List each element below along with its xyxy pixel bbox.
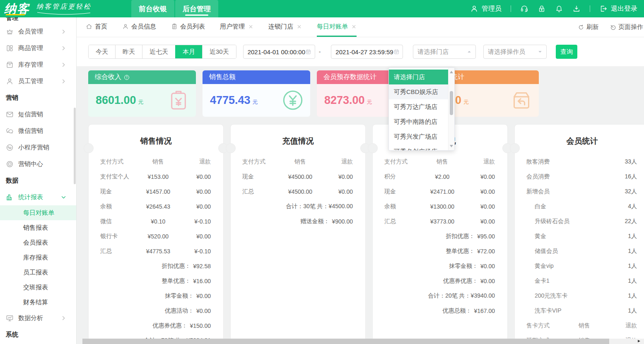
dropdown-scrollbar[interactable] <box>448 68 454 150</box>
stat-card-value: 0元 <box>455 94 469 107</box>
sidebar-item-小程序营销[interactable]: 小程序营销 <box>0 139 76 156</box>
mode-switch-nav: 前台收银 后台管理 <box>131 0 219 17</box>
sidebar-item-统计报表[interactable]: 统计报表 <box>0 189 76 205</box>
sidebar-item-数据分析[interactable]: 数据分析 <box>0 310 76 326</box>
horizontal-scrollbar-thumb[interactable] <box>82 339 609 344</box>
operator-select[interactable]: 请选择操作员 <box>483 45 547 59</box>
summary-value: ¥0.00 <box>480 278 495 284</box>
download-icon[interactable] <box>572 5 581 13</box>
stat-row: 会员消费16人 <box>515 169 644 184</box>
stat-label: 散客消费 <box>515 158 550 166</box>
stat-row: 洗车卡VIP1人 <box>515 303 644 318</box>
cell: ¥0.00 <box>176 188 223 195</box>
total-text: 合计：30笔 共：¥4500.00 <box>286 203 353 210</box>
summary-value: ¥900.00 <box>332 218 353 225</box>
logout-button[interactable]: 退出登录 <box>599 5 637 13</box>
sidebar-subitem-每日对账单[interactable]: 每日对账单 <box>0 205 76 220</box>
stat-label: 会员消费 <box>515 173 550 180</box>
help-question-icon[interactable] <box>123 74 130 81</box>
cell: ¥0.00 <box>460 188 507 195</box>
sidebar-subitem-库存报表[interactable]: 库存报表 <box>0 250 76 265</box>
sidebar-item-微信营销[interactable]: 微信营销 <box>0 123 76 139</box>
tab-close-icon[interactable] <box>297 24 302 29</box>
tab-会员列表[interactable]: 会员列表 <box>171 17 205 37</box>
stat-label: 白金 <box>515 203 546 210</box>
scroll-right-arrow[interactable] <box>638 340 640 342</box>
main-area: 首页会员信息会员列表用户管理连锁门店每日对账单 刷新 页面操作 今天昨天近七天本… <box>77 17 644 344</box>
sidebar-subitem-销售报表[interactable]: 销售报表 <box>0 220 76 235</box>
sidebar-item-label: 员工管理 <box>18 77 61 85</box>
table-row: 现金¥2471.00¥0.00 <box>373 184 507 199</box>
lock-screen-icon[interactable] <box>538 5 546 13</box>
page-operations-icon <box>610 24 616 31</box>
sidebar-item-label: 营销中心 <box>18 160 71 168</box>
sidebar-item-短信营销[interactable]: 短信营销 <box>0 106 76 123</box>
quick-filter-本月[interactable]: 本月 <box>175 45 202 58</box>
quick-filter-近30天[interactable]: 近30天 <box>202 45 236 58</box>
logout-label: 退出登录 <box>611 5 637 13</box>
store-option-可秀中南路的店[interactable]: 可秀中南路的店 <box>389 114 454 129</box>
stat-row: 金卡11人 <box>515 274 644 289</box>
search-button[interactable]: 查询 <box>556 45 577 59</box>
scroll-up-arrow[interactable] <box>450 71 453 73</box>
horizontal-scrollbar[interactable] <box>82 339 644 344</box>
scroll-down-arrow[interactable] <box>450 145 453 147</box>
headset-support-icon[interactable] <box>520 5 528 13</box>
quick-filter-今天[interactable]: 今天 <box>89 45 115 58</box>
sidebar-item-商品管理[interactable]: 商品管理 <box>0 40 76 56</box>
page-tabbar: 首页会员信息会员列表用户管理连锁门店每日对账单 刷新 页面操作 <box>77 17 644 37</box>
store-option-可秀名创广场店[interactable]: 可秀名创广场店 <box>389 144 454 151</box>
sidebar-item-库存管理[interactable]: 库存管理 <box>0 56 76 73</box>
page-operations-button[interactable]: 页面操作 <box>610 23 643 31</box>
quick-filter-昨天[interactable]: 昨天 <box>115 45 142 58</box>
nav-front-cashier[interactable]: 前台收银 <box>131 0 174 17</box>
cell: 余额 <box>373 203 425 210</box>
sidebar-subitem-交班报表[interactable]: 交班报表 <box>0 280 76 295</box>
stat-card-body: 8601.00元 <box>88 84 196 117</box>
tagline-underline-curve <box>36 12 91 15</box>
sms-icon <box>6 111 14 118</box>
sidebar-scrollbar-thumb[interactable] <box>74 108 76 184</box>
stat-card-title: 销售总额 <box>203 70 310 84</box>
store-option-可秀CBD娱乐店[interactable]: 可秀CBD娱乐店 <box>389 84 454 99</box>
tab-close-icon[interactable] <box>248 24 253 29</box>
cell: ¥4500.00 <box>282 188 318 195</box>
analysis-icon <box>6 314 14 322</box>
chev-right-icon <box>61 46 66 51</box>
total-row: 合计：30笔 共：¥4500.00 <box>231 199 365 214</box>
sidebar-subitem-财务结算[interactable]: 财务结算 <box>0 295 76 310</box>
notifications-bell-icon[interactable] <box>555 5 563 13</box>
store-select[interactable]: 请选择门店 <box>413 45 476 59</box>
sidebar-item-营销中心[interactable]: 营销中心 <box>0 156 76 172</box>
tab-用户管理[interactable]: 用户管理 <box>220 17 253 37</box>
nav-backend-admin[interactable]: 后台管理 <box>175 0 218 17</box>
summary-row: 折扣优惠：¥95.00 <box>373 229 507 244</box>
sidebar-item-会员管理[interactable]: 会员管理 <box>0 23 76 40</box>
quick-filter-近七天[interactable]: 近七天 <box>142 45 175 58</box>
caret-up-icon <box>466 49 472 55</box>
tab-连锁门店[interactable]: 连锁门店 <box>268 17 302 37</box>
tab-会员信息[interactable]: 会员信息 <box>122 17 156 37</box>
sidebar-item-员工管理[interactable]: 员工管理 <box>0 73 76 89</box>
stat-label: 黄金 <box>515 233 546 240</box>
tab-首页[interactable]: 首页 <box>86 17 107 37</box>
end-date-input[interactable]: 2021-04-27 23:59:59 <box>331 45 403 59</box>
tab-每日对账单[interactable]: 每日对账单 <box>317 17 357 37</box>
chev-right-icon <box>61 79 66 84</box>
store-option-可秀万达广场店[interactable]: 可秀万达广场店 <box>389 99 454 114</box>
start-date-input[interactable]: 2021-04-01 00:00:00 <box>243 45 315 59</box>
refresh-button[interactable]: 刷新 <box>578 23 599 31</box>
store-option-可秀兴发广场店[interactable]: 可秀兴发广场店 <box>389 129 454 144</box>
store-option-请选择门店[interactable]: 请选择门店 <box>389 70 454 84</box>
chev-right-icon <box>61 62 66 67</box>
current-user[interactable]: 管理员 <box>470 5 502 13</box>
table-row: 汇总¥3773.00¥0.00 <box>373 214 507 229</box>
crown-icon <box>6 28 14 36</box>
panel-销售情况: 销售情况支付方式销售退款支付宝个人¥153.00¥0.00现金¥1457.00¥… <box>88 124 224 344</box>
stat-value: 1人 <box>628 292 644 300</box>
stat-card-unit: 元 <box>367 99 372 105</box>
dropdown-scrollbar-thumb[interactable] <box>450 91 453 115</box>
sidebar-subitem-员工报表[interactable]: 员工报表 <box>0 265 76 280</box>
sidebar-subitem-会员报表[interactable]: 会员报表 <box>0 235 76 250</box>
tab-close-icon[interactable] <box>351 24 357 29</box>
